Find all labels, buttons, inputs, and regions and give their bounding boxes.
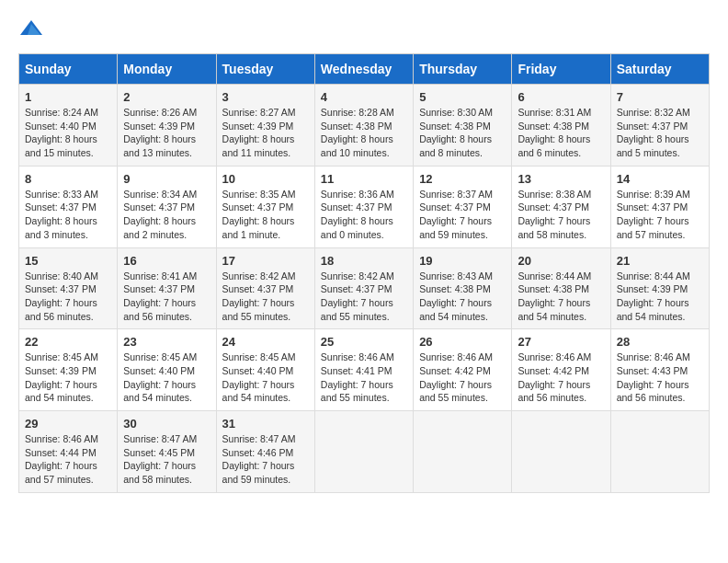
calendar-cell [414, 411, 512, 493]
calendar-cell: 20 Sunrise: 8:44 AM Sunset: 4:38 PM Dayl… [512, 247, 610, 329]
day-number: 12 [419, 172, 506, 186]
calendar-cell [610, 411, 709, 493]
sunrise-label: Sunrise: 8:44 AM [518, 270, 591, 282]
daylight-label: Daylight: 8 hours and 11 minutes. [222, 133, 295, 158]
calendar-cell: 21 Sunrise: 8:44 AM Sunset: 4:39 PM Dayl… [610, 247, 709, 329]
day-info: Sunrise: 8:45 AM Sunset: 4:39 PM Dayligh… [25, 350, 111, 405]
calendar-week-row: 22 Sunrise: 8:45 AM Sunset: 4:39 PM Dayl… [19, 329, 710, 411]
calendar-cell: 10 Sunrise: 8:35 AM Sunset: 4:37 PM Dayl… [216, 166, 314, 247]
calendar-cell: 16 Sunrise: 8:41 AM Sunset: 4:37 PM Dayl… [118, 247, 216, 329]
day-info: Sunrise: 8:47 AM Sunset: 4:46 PM Dayligh… [222, 432, 309, 487]
day-number: 31 [222, 417, 309, 431]
day-info: Sunrise: 8:28 AM Sunset: 4:38 PM Dayligh… [321, 106, 407, 160]
sunrise-label: Sunrise: 8:46 AM [25, 433, 98, 444]
day-number: 3 [222, 90, 309, 104]
calendar-cell: 14 Sunrise: 8:39 AM Sunset: 4:37 PM Dayl… [610, 166, 709, 247]
sunset-label: Sunset: 4:40 PM [222, 365, 294, 376]
day-number: 5 [419, 90, 506, 104]
sunrise-label: Sunrise: 8:27 AM [222, 107, 296, 118]
calendar-cell: 8 Sunrise: 8:33 AM Sunset: 4:37 PM Dayli… [19, 166, 118, 247]
daylight-label: Daylight: 7 hours and 54 minutes. [419, 297, 492, 322]
daylight-label: Daylight: 7 hours and 56 minutes. [25, 297, 97, 322]
calendar-cell: 2 Sunrise: 8:26 AM Sunset: 4:39 PM Dayli… [118, 85, 216, 167]
sunset-label: Sunset: 4:37 PM [518, 201, 589, 213]
sunset-label: Sunset: 4:37 PM [321, 201, 392, 213]
sunrise-label: Sunrise: 8:28 AM [321, 107, 394, 118]
calendar-cell: 31 Sunrise: 8:47 AM Sunset: 4:46 PM Dayl… [216, 411, 314, 493]
day-info: Sunrise: 8:27 AM Sunset: 4:39 PM Dayligh… [222, 106, 309, 160]
sunset-label: Sunset: 4:38 PM [419, 121, 491, 132]
day-info: Sunrise: 8:42 AM Sunset: 4:37 PM Dayligh… [222, 270, 309, 324]
calendar-week-row: 15 Sunrise: 8:40 AM Sunset: 4:37 PM Dayl… [19, 247, 710, 329]
sunset-label: Sunset: 4:38 PM [419, 283, 491, 294]
daylight-label: Daylight: 7 hours and 56 minutes. [123, 297, 196, 322]
daylight-label: Daylight: 8 hours and 2 minutes. [123, 215, 196, 240]
day-header-saturday: Saturday [610, 54, 709, 85]
sunset-label: Sunset: 4:37 PM [25, 201, 97, 213]
sunrise-label: Sunrise: 8:37 AM [419, 189, 493, 200]
day-number: 9 [123, 172, 210, 186]
day-info: Sunrise: 8:38 AM Sunset: 4:37 PM Dayligh… [518, 188, 604, 242]
header [18, 18, 710, 39]
day-number: 26 [419, 335, 506, 349]
sunset-label: Sunset: 4:37 PM [123, 283, 195, 294]
sunrise-label: Sunrise: 8:39 AM [617, 189, 690, 200]
day-number: 16 [123, 254, 210, 268]
sunrise-label: Sunrise: 8:38 AM [518, 189, 591, 200]
calendar-cell: 19 Sunrise: 8:43 AM Sunset: 4:38 PM Dayl… [414, 247, 512, 329]
day-number: 7 [617, 90, 703, 104]
calendar-cell: 24 Sunrise: 8:45 AM Sunset: 4:40 PM Dayl… [216, 329, 314, 411]
sunset-label: Sunset: 4:39 PM [222, 121, 294, 132]
logo [18, 18, 48, 39]
calendar-header-row: SundayMondayTuesdayWednesdayThursdayFrid… [19, 54, 710, 85]
calendar-cell: 6 Sunrise: 8:31 AM Sunset: 4:38 PM Dayli… [512, 85, 610, 167]
calendar-cell: 12 Sunrise: 8:37 AM Sunset: 4:37 PM Dayl… [414, 166, 512, 247]
sunrise-label: Sunrise: 8:44 AM [617, 270, 690, 282]
daylight-label: Daylight: 8 hours and 1 minute. [222, 215, 295, 240]
sunrise-label: Sunrise: 8:45 AM [222, 351, 296, 362]
sunset-label: Sunset: 4:40 PM [25, 121, 97, 132]
daylight-label: Daylight: 7 hours and 54 minutes. [25, 379, 97, 404]
daylight-label: Daylight: 7 hours and 55 minutes. [321, 297, 393, 322]
calendar-cell: 13 Sunrise: 8:38 AM Sunset: 4:37 PM Dayl… [512, 166, 610, 247]
day-info: Sunrise: 8:45 AM Sunset: 4:40 PM Dayligh… [123, 350, 210, 405]
day-info: Sunrise: 8:47 AM Sunset: 4:45 PM Dayligh… [123, 432, 210, 487]
calendar-cell: 26 Sunrise: 8:46 AM Sunset: 4:42 PM Dayl… [414, 329, 512, 411]
sunrise-label: Sunrise: 8:41 AM [123, 270, 197, 282]
sunset-label: Sunset: 4:37 PM [617, 201, 688, 213]
day-number: 1 [25, 90, 111, 104]
daylight-label: Daylight: 7 hours and 55 minutes. [222, 297, 295, 322]
sunset-label: Sunset: 4:39 PM [123, 121, 195, 132]
sunrise-label: Sunrise: 8:46 AM [617, 351, 690, 362]
calendar-cell: 17 Sunrise: 8:42 AM Sunset: 4:37 PM Dayl… [216, 247, 314, 329]
sunset-label: Sunset: 4:37 PM [617, 121, 688, 132]
sunset-label: Sunset: 4:38 PM [321, 121, 392, 132]
day-number: 4 [321, 90, 407, 104]
daylight-label: Daylight: 7 hours and 56 minutes. [518, 379, 590, 404]
sunrise-label: Sunrise: 8:34 AM [123, 189, 197, 200]
sunrise-label: Sunrise: 8:45 AM [25, 351, 98, 362]
day-info: Sunrise: 8:44 AM Sunset: 4:38 PM Dayligh… [518, 270, 604, 324]
sunrise-label: Sunrise: 8:47 AM [222, 433, 296, 444]
day-header-wednesday: Wednesday [314, 54, 413, 85]
daylight-label: Daylight: 8 hours and 5 minutes. [617, 133, 689, 158]
calendar-cell: 11 Sunrise: 8:36 AM Sunset: 4:37 PM Dayl… [314, 166, 413, 247]
sunset-label: Sunset: 4:37 PM [321, 283, 392, 294]
daylight-label: Daylight: 8 hours and 13 minutes. [123, 133, 196, 158]
day-number: 20 [518, 254, 604, 268]
sunset-label: Sunset: 4:37 PM [419, 201, 491, 213]
calendar-week-row: 29 Sunrise: 8:46 AM Sunset: 4:44 PM Dayl… [19, 411, 710, 493]
day-number: 11 [321, 172, 407, 186]
sunrise-label: Sunrise: 8:30 AM [419, 107, 493, 118]
calendar-table: SundayMondayTuesdayWednesdayThursdayFrid… [18, 53, 710, 493]
sunset-label: Sunset: 4:45 PM [123, 447, 195, 458]
calendar-cell: 7 Sunrise: 8:32 AM Sunset: 4:37 PM Dayli… [610, 85, 709, 167]
calendar-cell: 9 Sunrise: 8:34 AM Sunset: 4:37 PM Dayli… [118, 166, 216, 247]
day-info: Sunrise: 8:42 AM Sunset: 4:37 PM Dayligh… [321, 270, 407, 324]
day-number: 14 [617, 172, 703, 186]
sunset-label: Sunset: 4:44 PM [25, 447, 97, 458]
daylight-label: Daylight: 7 hours and 55 minutes. [321, 379, 393, 404]
day-info: Sunrise: 8:45 AM Sunset: 4:40 PM Dayligh… [222, 350, 309, 405]
day-number: 17 [222, 254, 309, 268]
daylight-label: Daylight: 7 hours and 58 minutes. [123, 460, 196, 485]
